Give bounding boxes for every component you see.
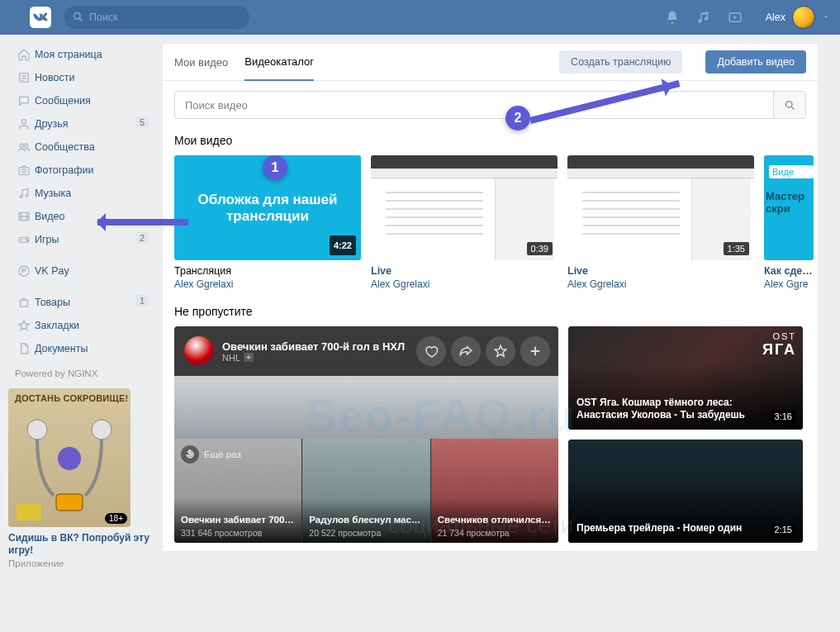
gamepad-icon — [13, 233, 35, 246]
video-author: Alex Ggrelaxi — [174, 278, 361, 290]
svg-point-28 — [58, 447, 81, 470]
film-icon — [13, 210, 35, 223]
svg-point-1 — [74, 13, 81, 20]
video-search-input[interactable] — [174, 91, 773, 119]
pay-icon — [13, 264, 35, 278]
create-stream-button[interactable]: Создать трансляцию — [559, 50, 682, 74]
sidebar-item-photos[interactable]: Фотографии — [8, 159, 150, 182]
global-search-input[interactable] — [64, 6, 249, 29]
sidebar-label: Товары — [35, 297, 70, 308]
sidebar-item-groups[interactable]: Сообщества — [8, 135, 150, 159]
svg-point-8 — [21, 120, 26, 124]
header-bar: Alex — [0, 0, 840, 35]
sidebar-item-bookmarks[interactable]: Закладки — [8, 314, 150, 337]
vk-logo[interactable] — [30, 6, 53, 29]
video-thumb: 0:39 — [371, 155, 558, 260]
like-icon[interactable] — [416, 336, 446, 366]
tabs-toolbar: Мои видео Видеокаталог Создать трансляци… — [163, 44, 818, 81]
sidebar-label: Фотографии — [35, 164, 93, 176]
featured-sub-item[interactable]: Свечников отличился в ОТ 21 734 просмотр… — [431, 439, 558, 543]
doc-icon — [13, 342, 35, 355]
ad-caption: Сидишь в ВК? Попробуй эту игру! — [8, 532, 150, 557]
video-search-row — [163, 81, 818, 119]
main-panel: Мои видео Видеокаталог Создать трансляци… — [162, 43, 819, 552]
sidebar-item-docs[interactable]: Документы — [8, 337, 150, 360]
sidebar-label: Друзья — [35, 118, 69, 130]
tab-my-videos[interactable]: Мои видео — [174, 44, 228, 81]
replay-button[interactable]: Ещё раз — [181, 445, 241, 463]
sidebar-label: Игры — [35, 234, 59, 245]
notifications-icon[interactable] — [657, 10, 688, 25]
sub-title: Овечкин забивает 700-й г… — [181, 515, 295, 525]
svg-point-10 — [25, 144, 28, 147]
svg-point-30 — [785, 101, 792, 107]
video-thumb: Обложка для нашей трансляции 4:22 — [174, 155, 361, 260]
sidebar-item-messages[interactable]: Сообщения — [8, 89, 150, 112]
video-player-icon[interactable] — [719, 10, 751, 25]
sidebar-label: Видео — [35, 211, 65, 222]
powered-by: Powered by NGINX — [15, 368, 150, 378]
svg-rect-29 — [17, 504, 41, 520]
sidebar-label: Документы — [35, 343, 88, 354]
sidebar-item-games[interactable]: Игры2 — [8, 228, 150, 251]
video-card[interactable]: 1:35 Live Alex Ggrelaxi — [567, 155, 754, 290]
video-title: Как сдела — [764, 265, 814, 277]
svg-point-23 — [26, 240, 27, 240]
sidebar-label: Сообщества — [35, 141, 95, 153]
video-author: Alex Ggrelaxi — [567, 278, 754, 290]
video-author: Alex Ggre — [764, 278, 814, 290]
brand-text: OSTЯГА — [762, 331, 796, 359]
featured-card[interactable]: Овечкин забивает 700-й гол в НХЛ NHL+ Ещ… — [174, 326, 558, 543]
groups-icon — [13, 140, 35, 154]
sidebar-label: VK Pay — [35, 265, 69, 277]
video-title: Трансляция — [174, 265, 361, 277]
video-duration: 1:35 — [724, 242, 749, 255]
bag-icon — [13, 296, 35, 309]
ad-block[interactable]: ДОСТАНЬ СОКРОВИЩЕ! 18+ Сидишь в ВК? Попр… — [8, 388, 150, 568]
chevron-down-icon — [822, 13, 830, 21]
video-card[interactable]: 0:39 Live Alex Ggrelaxi — [371, 155, 558, 290]
global-search — [64, 6, 249, 29]
sidebar-item-market[interactable]: Товары1 — [8, 291, 150, 314]
tab-catalog[interactable]: Видеокаталог — [244, 44, 314, 81]
cover-text: Обложка для нашей трансляции — [174, 192, 361, 225]
svg-point-9 — [20, 144, 23, 147]
video-title: Премьера трейлера - Номер один — [577, 522, 766, 535]
sidebar-item-friends[interactable]: Друзья5 — [8, 112, 150, 135]
bookmark-icon[interactable] — [486, 336, 515, 366]
sidebar-item-news[interactable]: Новости — [8, 66, 150, 89]
sidebar-item-vkpay[interactable]: VK Pay — [8, 259, 150, 283]
sidebar-item-music[interactable]: Музыка — [8, 182, 150, 205]
news-icon — [13, 71, 35, 84]
cover-button: Виде — [769, 165, 814, 178]
video-duration: 4:22 — [330, 235, 356, 255]
sidebar-label: Моя страница — [35, 49, 102, 60]
svg-line-31 — [791, 107, 794, 109]
featured-sub-item[interactable]: Радулов блеснул мастерс… 20 522 просмотр… — [302, 439, 430, 543]
side-video-card[interactable]: Премьера трейлера - Номер один 2:15 — [568, 440, 803, 543]
svg-point-25 — [27, 420, 47, 440]
sidebar-item-video[interactable]: Видео — [8, 205, 150, 228]
add-icon[interactable] — [520, 336, 550, 366]
badge: 5 — [135, 116, 149, 128]
age-badge: 18+ — [105, 513, 127, 524]
video-search-button[interactable] — [773, 91, 806, 119]
sidebar-label: Закладки — [35, 320, 79, 331]
svg-line-2 — [79, 18, 82, 21]
sidebar-label: Сообщения — [35, 95, 91, 107]
star-icon — [13, 319, 35, 332]
share-icon[interactable] — [451, 336, 481, 366]
featured-sub-item[interactable]: Ещё раз Овечкин забивает 700-й г… 331 64… — [174, 439, 302, 543]
music-icon[interactable] — [688, 10, 719, 25]
video-card[interactable]: So Виде Мастер скри Как сдела Alex Ggre — [764, 155, 814, 290]
friends-icon — [13, 117, 35, 131]
video-card[interactable]: Обложка для нашей трансляции 4:22 Трансл… — [174, 155, 361, 290]
side-video-card[interactable]: OSTЯГА OST Яга. Кошмар тёмного леса: Ана… — [568, 326, 803, 430]
sidebar-item-profile[interactable]: Моя страница — [8, 43, 150, 66]
add-video-button[interactable]: Добавить видео — [705, 50, 806, 74]
badge: 1 — [135, 295, 149, 306]
svg-rect-11 — [19, 168, 29, 175]
video-title: OST Яга. Кошмар тёмного леса: Анастасия … — [577, 397, 766, 421]
subscribe-plus-icon[interactable]: + — [244, 353, 254, 362]
user-menu[interactable]: Alex — [766, 6, 830, 29]
